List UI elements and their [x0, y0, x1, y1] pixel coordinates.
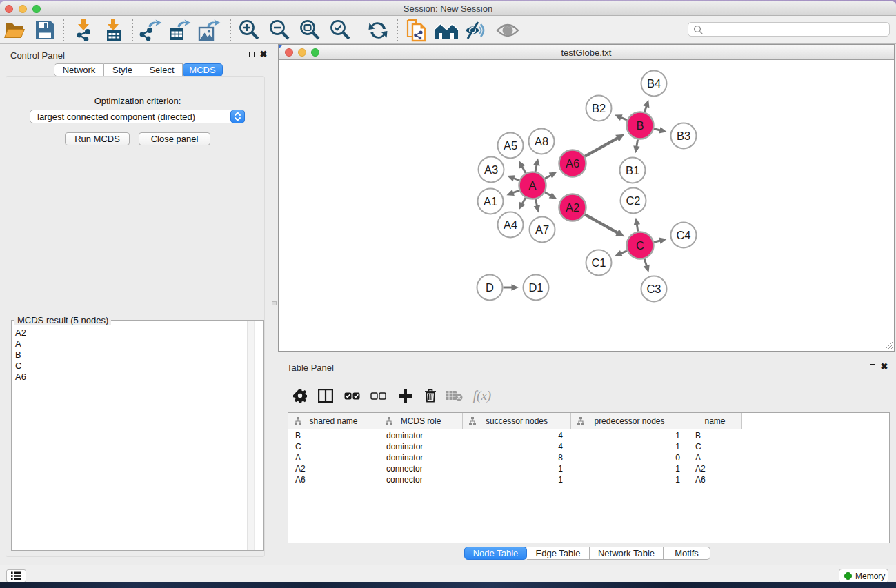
graph-node-label: C1 — [591, 256, 606, 269]
export-network-icon[interactable] — [138, 19, 163, 42]
graph-node-label: B3 — [677, 130, 690, 142]
table-row-A6[interactable]: A6connector11A6 — [288, 474, 889, 485]
table-cell: dominator — [386, 453, 423, 463]
table-cell: 0 — [571, 453, 680, 463]
import-network-icon[interactable] — [71, 19, 96, 42]
mcds-result-item[interactable]: A2 — [12, 327, 247, 338]
zoom-selected-icon[interactable] — [328, 19, 352, 42]
shared-column-icon — [385, 417, 393, 425]
column-header-shared-name[interactable]: shared name — [288, 413, 379, 429]
graph-node-label: C3 — [646, 283, 661, 295]
show-panel-icon[interactable] — [495, 19, 520, 42]
table-header: shared nameMCDS rolesuccessor nodesprede… — [288, 413, 742, 429]
unselect-all-columns-icon[interactable] — [368, 385, 388, 406]
run-mcds-button[interactable]: Run MCDS — [65, 132, 130, 145]
reset-layout-icon[interactable] — [434, 19, 459, 42]
delete-columns-icon[interactable] — [420, 385, 441, 406]
table-cell: B — [295, 431, 301, 440]
tab-mcds[interactable]: MCDS — [183, 63, 223, 77]
column-header-predecessor-nodes[interactable]: predecessor nodes — [571, 413, 688, 429]
hide-panel-icon[interactable] — [464, 19, 489, 42]
tab-edge-table[interactable]: Edge Table — [527, 547, 590, 560]
column-header-MCDS-role[interactable]: MCDS role — [379, 413, 463, 429]
task-history-button[interactable] — [6, 569, 26, 582]
graph-node-label: B — [636, 119, 644, 132]
export-image-icon[interactable] — [197, 19, 221, 42]
graph-edge[interactable] — [585, 138, 619, 156]
optimization-criterion-label: Optimization criterion: — [11, 96, 264, 106]
criterion-dropdown[interactable]: largest connected component (directed) — [30, 110, 245, 123]
network-window: testGlobe.txt B4B2BB3A5A8A6B1A3AA1C2A2A4… — [278, 44, 895, 352]
memory-button[interactable]: Memory — [839, 569, 888, 582]
main-toolbar — [0, 16, 896, 44]
table-cell: A — [695, 453, 701, 463]
table-row-A[interactable]: Adominator80A — [288, 452, 889, 463]
select-all-columns-icon[interactable] — [341, 385, 362, 406]
control-panel-tabs: Network Style Select MCDS — [54, 63, 223, 77]
mcds-result-list[interactable]: A2ABCA6 — [12, 321, 247, 550]
list-icon — [11, 571, 21, 580]
toolbar-separator — [397, 19, 398, 41]
table-cell: dominator — [386, 431, 423, 440]
mcds-result-item[interactable]: A — [12, 338, 247, 349]
graph-node-label: A — [528, 179, 536, 192]
network-graph-canvas[interactable]: B4B2BB3A5A8A6B1A3AA1C2A2A4A7C4CC1C3DD1 — [279, 60, 894, 351]
table-row-B[interactable]: Bdominator41B — [288, 430, 889, 441]
column-header-successor-nodes[interactable]: successor nodes — [463, 413, 571, 429]
mcds-result-item[interactable]: B — [12, 349, 247, 361]
tab-motifs[interactable]: Motifs — [664, 547, 710, 560]
import-table-icon[interactable] — [101, 19, 126, 42]
save-session-icon[interactable] — [32, 19, 57, 42]
graph-edge[interactable] — [585, 214, 619, 233]
function-builder-icon[interactable]: f(x) — [468, 385, 496, 406]
table-cell: C — [695, 442, 701, 452]
graph-node-label: A2 — [566, 201, 579, 214]
toolbar-separator — [63, 19, 64, 41]
window-focus-corner — [279, 45, 283, 49]
window-resize-grip[interactable] — [884, 341, 893, 350]
show-column-icon[interactable] — [315, 385, 336, 406]
open-file-icon[interactable] — [2, 19, 27, 42]
table-row-C[interactable]: Cdominator41C — [288, 441, 889, 452]
table-panel-close-icon[interactable]: ✖ — [880, 363, 888, 371]
mcds-result-scrollbar[interactable] — [247, 321, 255, 550]
tab-style[interactable]: Style — [104, 63, 141, 77]
graph-edge-arrowhead — [507, 175, 515, 181]
control-panel-close-icon[interactable]: ✖ — [259, 50, 268, 59]
zoom-in-icon[interactable] — [237, 19, 261, 42]
memory-status-dot — [844, 572, 852, 580]
graph-edge-arrowhead — [643, 100, 649, 108]
column-header-name[interactable]: name — [688, 413, 742, 429]
tab-select[interactable]: Select — [141, 63, 183, 77]
table-panel-float-icon[interactable] — [868, 363, 877, 371]
tab-network-table[interactable]: Network Table — [590, 547, 664, 560]
mcds-result-item[interactable]: C — [12, 361, 247, 372]
graph-node-label: D — [486, 281, 494, 294]
clone-network-icon[interactable] — [404, 19, 429, 42]
graph-node-label: A6 — [566, 157, 579, 170]
table-cell: A — [295, 453, 301, 463]
tab-network[interactable]: Network — [54, 63, 104, 77]
close-panel-button[interactable]: Close panel — [139, 132, 210, 145]
mcds-result-item[interactable]: A6 — [12, 372, 247, 383]
desktop-wallpaper-bottom — [0, 582, 896, 588]
vertical-divider-knob[interactable] — [272, 301, 277, 305]
zoom-fit-icon[interactable] — [297, 19, 322, 42]
graph-node-label: A1 — [484, 195, 497, 207]
refresh-network-icon[interactable] — [366, 19, 390, 42]
status-bar: Memory — [0, 565, 896, 582]
node-table[interactable]: shared nameMCDS rolesuccessor nodesprede… — [288, 412, 890, 543]
export-table-icon[interactable] — [167, 19, 192, 42]
table-row-A2[interactable]: A2connector11A2 — [288, 463, 889, 474]
graph-node-label: B2 — [592, 102, 606, 114]
network-window-titlebar[interactable]: testGlobe.txt — [279, 45, 894, 60]
graph-node-label: A4 — [504, 219, 517, 231]
graph-node-label: D1 — [528, 281, 543, 294]
add-column-icon[interactable] — [395, 385, 415, 406]
tab-node-table[interactable]: Node Table — [464, 547, 527, 560]
control-panel-float-icon[interactable] — [248, 50, 256, 59]
delete-table-icon[interactable] — [444, 385, 464, 406]
zoom-out-icon[interactable] — [267, 19, 292, 42]
table-options-icon[interactable] — [290, 385, 310, 406]
search-input[interactable] — [688, 22, 890, 37]
